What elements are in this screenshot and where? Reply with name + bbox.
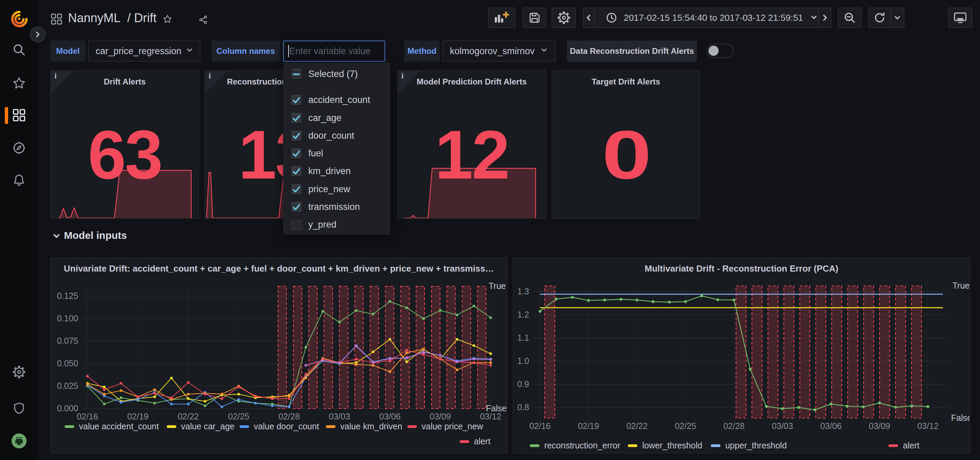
- svg-text:02/22: 02/22: [627, 421, 648, 431]
- svg-text:1.3: 1.3: [517, 287, 530, 296]
- svg-text:03/09: 03/09: [869, 421, 891, 431]
- svg-text:02/25: 02/25: [228, 412, 250, 421]
- svg-text:02/19: 02/19: [578, 421, 600, 431]
- svg-text:03/03: 03/03: [772, 421, 794, 431]
- svg-text:03/12: 03/12: [480, 412, 501, 421]
- svg-text:0.025: 0.025: [57, 381, 78, 390]
- svg-text:1.1: 1.1: [517, 333, 530, 342]
- svg-text:02/25: 02/25: [675, 421, 697, 431]
- svg-text:03/06: 03/06: [379, 412, 401, 421]
- svg-text:03/03: 03/03: [329, 412, 350, 421]
- svg-text:0.100: 0.100: [57, 313, 78, 323]
- svg-text:0.8: 0.8: [517, 402, 530, 412]
- svg-text:False: False: [951, 413, 969, 423]
- svg-text:02/16: 02/16: [530, 421, 551, 431]
- svg-text:03/06: 03/06: [821, 421, 842, 431]
- svg-text:0.050: 0.050: [57, 358, 78, 368]
- svg-text:02/16: 02/16: [77, 412, 98, 421]
- svg-text:0.000: 0.000: [57, 403, 78, 413]
- svg-text:1.2: 1.2: [517, 310, 530, 319]
- svg-text:1.0: 1.0: [517, 356, 530, 366]
- svg-text:0.9: 0.9: [517, 379, 530, 389]
- svg-text:0.125: 0.125: [57, 291, 78, 300]
- svg-text:False: False: [486, 403, 507, 413]
- svg-text:03/09: 03/09: [430, 412, 451, 421]
- svg-text:02/28: 02/28: [724, 421, 745, 431]
- svg-text:True: True: [953, 281, 969, 290]
- svg-text:True: True: [488, 281, 506, 291]
- svg-text:02/22: 02/22: [178, 412, 199, 421]
- svg-text:02/19: 02/19: [127, 412, 149, 421]
- svg-text:02/28: 02/28: [278, 412, 300, 421]
- svg-text:03/12: 03/12: [917, 421, 939, 431]
- svg-text:0.075: 0.075: [57, 336, 78, 345]
